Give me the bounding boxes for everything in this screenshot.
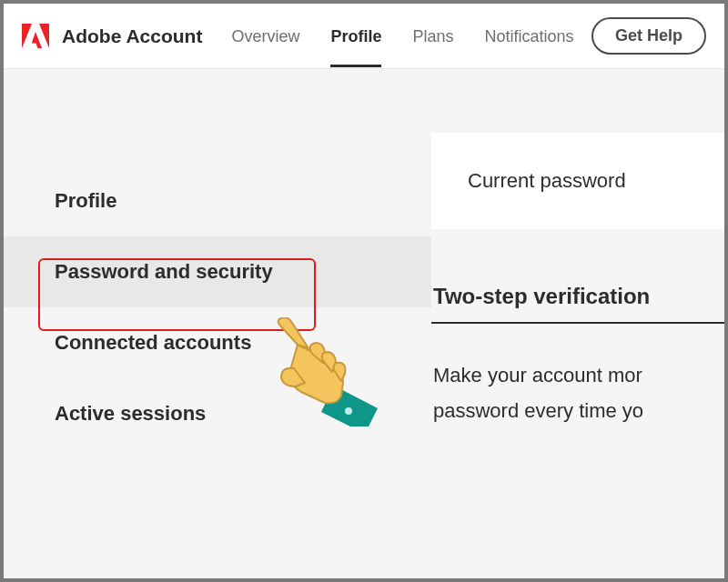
section-divider <box>431 322 724 324</box>
svg-marker-0 <box>22 24 32 48</box>
nav-notifications[interactable]: Notifications <box>484 5 573 66</box>
two-step-description: Make your account mor password every tim… <box>431 358 724 428</box>
page-body: Profile Password and security Connected … <box>4 69 724 578</box>
two-step-desc-line1: Make your account mor <box>433 358 724 394</box>
nav-links: Overview Profile Plans Notifications <box>231 5 592 66</box>
sidebar-item-profile[interactable]: Profile <box>4 166 431 236</box>
svg-marker-2 <box>32 32 42 48</box>
top-nav: Adobe Account Overview Profile Plans Not… <box>4 4 724 69</box>
svg-marker-1 <box>39 24 49 48</box>
main-content: Current password Two-step verification M… <box>431 69 724 578</box>
sidebar-item-connected-accounts[interactable]: Connected accounts <box>4 307 431 378</box>
nav-plans[interactable]: Plans <box>412 5 453 66</box>
two-step-desc-line2: password every time yo <box>433 394 724 429</box>
app-frame: Adobe Account Overview Profile Plans Not… <box>0 0 728 582</box>
current-password-card: Current password <box>431 133 724 229</box>
nav-profile[interactable]: Profile <box>330 5 381 66</box>
brand-title: Adobe Account <box>62 25 202 47</box>
settings-sidebar: Profile Password and security Connected … <box>4 69 431 578</box>
current-password-label: Current password <box>468 169 626 192</box>
two-step-heading: Two-step verification <box>431 284 724 309</box>
nav-overview[interactable]: Overview <box>231 5 299 66</box>
sidebar-item-password-security[interactable]: Password and security <box>4 236 431 307</box>
get-help-button[interactable]: Get Help <box>592 17 706 55</box>
adobe-logo-icon <box>22 24 49 49</box>
sidebar-item-active-sessions[interactable]: Active sessions <box>4 378 431 449</box>
